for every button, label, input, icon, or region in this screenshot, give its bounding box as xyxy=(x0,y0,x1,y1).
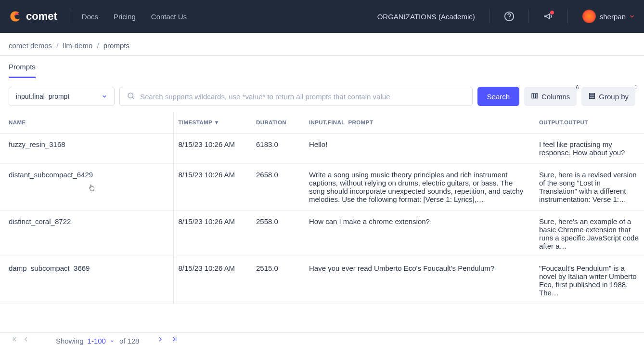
cell-output: "Foucault's Pendulum" is a novel by Ital… xyxy=(534,257,644,304)
cell-duration: 6183.0 xyxy=(251,133,304,164)
brand-name: comet xyxy=(26,10,57,23)
col-header-duration[interactable]: DURATION xyxy=(251,112,304,133)
search-icon xyxy=(127,92,135,102)
page-prev-icon[interactable] xyxy=(20,333,32,345)
cell-timestamp: 8/15/23 10:26 AM xyxy=(173,211,251,257)
group-icon xyxy=(588,92,596,101)
search-button[interactable]: Search xyxy=(477,87,520,106)
page-tabs: Prompts xyxy=(0,56,644,78)
crumb-project[interactable]: llm-demo xyxy=(63,41,93,50)
cell-output: Sure, here's an example of a basic Chrom… xyxy=(534,211,644,257)
crumb-root[interactable]: comet demos xyxy=(9,41,52,50)
cell-duration: 2558.0 xyxy=(251,211,304,257)
col-header-output[interactable]: OUTPUT.OUTPUT xyxy=(534,112,644,133)
cell-name: fuzzy_resin_3168 xyxy=(0,133,173,164)
group-badge: 1 xyxy=(634,85,637,90)
nav-docs[interactable]: Docs xyxy=(82,13,98,21)
cell-timestamp: 8/15/23 10:26 AM xyxy=(173,257,251,304)
group-by-button-label: Group by xyxy=(599,93,629,101)
search-field[interactable] xyxy=(119,87,473,106)
columns-button[interactable]: Columns 6 xyxy=(524,87,577,106)
cell-input: Write a song using music theory principl… xyxy=(304,164,534,211)
top-nav: Docs Pricing Contact Us xyxy=(82,13,187,21)
cell-name: damp_subcompact_3669 xyxy=(0,257,173,304)
col-header-timestamp[interactable]: TIMESTAMP ▼ xyxy=(173,112,251,133)
user-menu[interactable]: sherpan xyxy=(582,10,635,23)
svg-rect-4 xyxy=(534,93,535,98)
svg-point-1 xyxy=(509,18,509,19)
cell-duration: 2658.0 xyxy=(251,164,304,211)
page-range[interactable]: 1-100 xyxy=(88,337,106,345)
chevron-down-icon xyxy=(99,91,110,102)
columns-badge: 6 xyxy=(576,85,579,90)
total-count: 128 xyxy=(127,337,139,345)
page-last-icon[interactable] xyxy=(169,333,180,345)
header-divider xyxy=(72,9,72,24)
comet-swirl-icon xyxy=(9,10,22,23)
breadcrumb: comet demos / llm-demo / prompts xyxy=(0,33,644,56)
cell-input: Have you ever read Umberto Eco's Foucaul… xyxy=(304,257,534,304)
brand-logo[interactable]: comet xyxy=(9,10,57,23)
cell-duration: 2515.0 xyxy=(251,257,304,304)
cell-input: Hello! xyxy=(304,133,534,164)
col-header-name[interactable]: NAME xyxy=(0,112,173,133)
chevron-down-icon xyxy=(629,13,635,20)
svg-rect-7 xyxy=(590,95,595,96)
avatar xyxy=(582,10,596,23)
header-divider xyxy=(528,9,529,24)
page-next-icon[interactable] xyxy=(155,333,166,345)
field-select-value: input.final_prompt xyxy=(16,93,69,100)
col-header-input[interactable]: INPUT.FINAL_PROMPT xyxy=(304,112,534,133)
svg-rect-6 xyxy=(590,93,595,94)
notification-dot-icon xyxy=(550,11,554,14)
search-input[interactable] xyxy=(140,93,465,101)
crumb-current: prompts xyxy=(103,41,129,50)
of-label: of xyxy=(119,337,126,345)
pagination-bar: Showing 1-100 of 128 xyxy=(0,332,644,345)
svg-rect-8 xyxy=(590,97,595,98)
columns-button-label: Columns xyxy=(541,93,570,101)
header-divider xyxy=(567,9,568,24)
announcements-icon[interactable] xyxy=(539,7,558,26)
columns-icon xyxy=(531,92,539,101)
cell-output: Sure, here is a revised version of the s… xyxy=(534,164,644,211)
showing-label: Showing xyxy=(56,337,84,345)
nav-pricing[interactable]: Pricing xyxy=(114,13,136,21)
app-header: comet Docs Pricing Contact Us ORGANIZATI… xyxy=(0,0,644,33)
chevron-down-icon xyxy=(110,339,115,344)
svg-rect-3 xyxy=(532,93,533,98)
cell-name: distinct_coral_8722 xyxy=(0,211,173,257)
cell-output: I feel like practising my response. How … xyxy=(534,133,644,164)
filter-toolbar: input.final_prompt Search Columns 6 Grou… xyxy=(0,78,644,112)
username-label: sherpan xyxy=(600,13,626,21)
group-by-button[interactable]: Group by 1 xyxy=(581,87,635,106)
svg-rect-5 xyxy=(536,93,538,98)
cell-timestamp: 8/15/23 10:26 AM xyxy=(173,164,251,211)
help-icon[interactable] xyxy=(500,7,519,26)
field-select-dropdown[interactable]: input.final_prompt xyxy=(9,87,115,106)
tab-prompts[interactable]: Prompts xyxy=(9,63,36,78)
prompts-table: NAME TIMESTAMP ▼ DURATION INPUT.FINAL_PR… xyxy=(0,112,644,304)
cell-input: How can I make a chrome extension? xyxy=(304,211,534,257)
table-row[interactable]: distinct_coral_8722 8/15/23 10:26 AM 255… xyxy=(0,211,644,257)
cell-name: distant_subcompact_6429 xyxy=(0,164,173,211)
cell-timestamp: 8/15/23 10:26 AM xyxy=(173,133,251,164)
table-row[interactable]: fuzzy_resin_3168 8/15/23 10:26 AM 6183.0… xyxy=(0,133,644,164)
header-divider xyxy=(489,9,490,24)
nav-contact[interactable]: Contact Us xyxy=(151,13,187,21)
table-row[interactable]: distant_subcompact_6429 8/15/23 10:26 AM… xyxy=(0,164,644,211)
svg-point-2 xyxy=(128,93,133,98)
table-row[interactable]: damp_subcompact_3669 8/15/23 10:26 AM 25… xyxy=(0,257,644,304)
page-first-icon[interactable] xyxy=(9,333,20,345)
org-selector[interactable]: ORGANIZATIONS (Academic) xyxy=(377,13,475,21)
